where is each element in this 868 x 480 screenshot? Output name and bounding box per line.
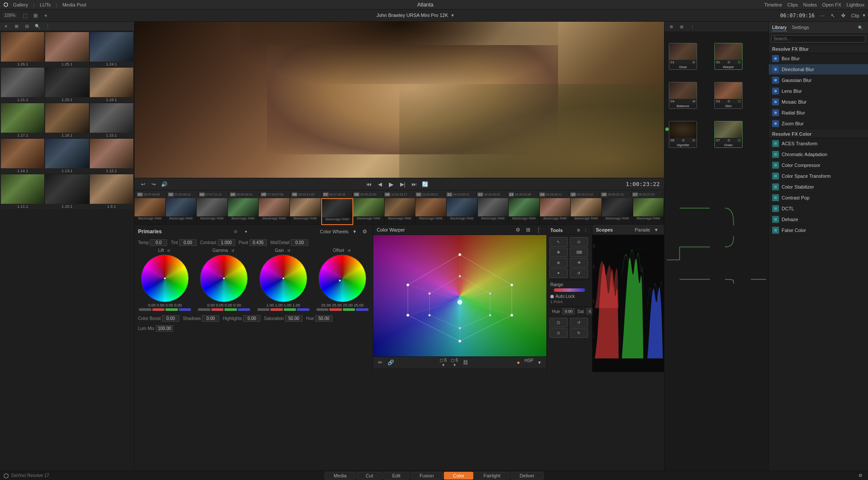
fx-color-item[interactable]: DCTL	[769, 203, 868, 214]
fx-blur-item[interactable]: Mosaic Blur	[769, 97, 868, 108]
viewer-tool-2[interactable]: ⊞	[31, 11, 40, 20]
fx-color-item[interactable]: ACES Transform	[769, 138, 868, 149]
tools-more-btn[interactable]: ⋮	[582, 227, 589, 233]
fx-search-input[interactable]	[771, 35, 865, 42]
color-warper-canvas[interactable]	[373, 235, 546, 356]
prev-frame-btn[interactable]: ◀	[376, 180, 385, 189]
gamma-reset-btn[interactable]: ↺	[230, 248, 236, 254]
fx-blur-item[interactable]: Lens Blur	[769, 86, 868, 97]
gamma-slider-all[interactable]	[198, 308, 210, 311]
node-grain[interactable]: 07 ⊙ ⊡ Grain	[714, 121, 743, 148]
nav-tab-color[interactable]: Color	[444, 472, 473, 480]
list-item[interactable]: 1.20.1	[45, 68, 89, 102]
timeline-clip[interactable]: Blackmagic RAW	[353, 198, 385, 225]
select-tool-btn[interactable]: ⊙	[570, 237, 588, 247]
nav-tab-deliver[interactable]: Deliver	[510, 472, 543, 480]
gallery-btn[interactable]: Gallery	[13, 2, 28, 7]
contrast-value[interactable]: 1.000	[218, 239, 235, 246]
timeline-clip[interactable]: Blackmagic RAW	[540, 198, 571, 225]
fx-color-item[interactable]: Color Compressor	[769, 160, 868, 171]
gamma-slider-b[interactable]	[238, 308, 250, 311]
cw-num-btn2[interactable]: ◻ 6 ▾	[450, 358, 459, 367]
list-item[interactable]: 1.24.1	[90, 32, 133, 67]
timeline-clip[interactable]: Blackmagic RAW	[571, 198, 602, 225]
shadows-value[interactable]: 0.00	[202, 315, 219, 322]
nodes-btn[interactable]: Nodes	[803, 2, 817, 7]
tool-extra-3[interactable]: ⊙	[549, 328, 568, 338]
fx-blur-item[interactable]: Radial Blur	[769, 108, 868, 118]
skip-start-btn[interactable]: ⏮	[365, 180, 373, 189]
viewer-tool-1[interactable]: ⬚	[21, 11, 30, 20]
node-glow[interactable]: 01 ⊙ Glow	[669, 43, 697, 70]
color-boost-value[interactable]: 0.00	[162, 315, 179, 322]
cursor-tool-btn[interactable]: ↖	[549, 237, 568, 247]
luts-btn[interactable]: LUTs	[40, 2, 51, 7]
timeline-clip[interactable]: Blackmagic RAW	[228, 198, 259, 225]
gamma-slider-g[interactable]	[224, 308, 237, 311]
node-more-btn[interactable]: ⋮	[688, 23, 697, 31]
scopes-dropdown-btn[interactable]: ▾	[652, 225, 661, 234]
fx-color-item[interactable]: Contrast Pop	[769, 193, 868, 203]
list-item[interactable]: 1.21.1	[1, 68, 44, 102]
node-editor-canvas[interactable]: 01 ⊙ Glow 02 ⊙ ⊡ Warper 04	[664, 32, 768, 470]
pivot-value[interactable]: 0.435	[250, 239, 267, 246]
nav-tab-media[interactable]: Media	[325, 472, 356, 480]
tool-extra-4[interactable]: ↻	[570, 328, 588, 338]
timeline-clip[interactable]: Blackmagic RAW	[509, 198, 540, 225]
color-wheels-dropdown[interactable]: ▾	[350, 227, 359, 236]
tool-extra-1[interactable]: ⊡	[549, 318, 568, 327]
node-settings-btn[interactable]: ⚙	[667, 23, 676, 31]
gamma-wheel[interactable]	[200, 255, 248, 302]
lift-slider-b[interactable]	[179, 308, 191, 311]
nav-tab-edit[interactable]: Edit	[383, 472, 410, 480]
list-item[interactable]: 1.9.1	[90, 174, 133, 209]
gain-reset-btn[interactable]: ↺	[286, 248, 292, 254]
list-item[interactable]: 1.12.1	[90, 139, 133, 173]
primaries-menu-btn[interactable]: ⊙	[231, 227, 240, 236]
list-item[interactable]: 1.17.1	[1, 103, 44, 138]
gain-slider-r[interactable]	[270, 308, 283, 311]
range-bar[interactable]	[554, 288, 585, 292]
list-view-btn[interactable]: ≡	[3, 23, 10, 30]
redo-btn[interactable]: ↪	[149, 180, 158, 189]
timeline-clip[interactable]: Blackmagic RAW	[259, 198, 290, 225]
node-skin[interactable]: 03 ⊙ ⊡ Skin	[714, 82, 743, 109]
fx-color-item[interactable]: Color Space Transform	[769, 171, 868, 182]
fx-blur-item[interactable]: Gaussian Blur	[769, 75, 868, 86]
hand-tool-btn[interactable]: ✥	[549, 248, 568, 257]
fx-blur-item[interactable]: Directional Blur	[769, 64, 868, 75]
fx-color-item[interactable]: Color Stabilizer	[769, 182, 868, 193]
grid-view-btn[interactable]: ⊞	[13, 23, 20, 30]
offset-slider-r[interactable]	[329, 308, 342, 311]
search-left-btn[interactable]: 🔍	[34, 23, 41, 30]
settings-bottom-btn[interactable]: ⚙	[856, 471, 865, 480]
hue-sat-hue-value[interactable]: 0.00	[562, 308, 575, 314]
cursor-btn[interactable]: ↖	[829, 11, 837, 20]
skip-end-btn[interactable]: ⏭	[410, 180, 418, 189]
timeline-clip[interactable]: Blackmagic RAW	[135, 198, 166, 225]
mid-detail-value[interactable]: 0.00	[291, 239, 308, 246]
tint-value[interactable]: 0.00	[179, 239, 197, 246]
timeline-btn[interactable]: Timeline	[764, 2, 782, 7]
next-frame-btn[interactable]: ▶|	[398, 180, 407, 189]
list-item[interactable]: 1.16.1	[45, 103, 89, 138]
lift-reset-btn[interactable]: ↺	[166, 248, 172, 254]
color-wheels-settings[interactable]: ⚙	[361, 227, 369, 236]
offset-slider-b[interactable]	[356, 308, 368, 311]
lift-slider-g[interactable]	[165, 308, 178, 311]
cw-num-btn1[interactable]: ◻ 6 ▾	[439, 358, 447, 367]
timeline-clip[interactable]: Blackmagic RAW	[478, 198, 509, 225]
node-warper[interactable]: 02 ⊙ ⊡ Warper	[714, 43, 743, 70]
timeline-clip[interactable]: Blackmagic RAW	[166, 198, 197, 225]
filter-btn[interactable]: ⊟	[23, 23, 30, 30]
list-item[interactable]: 1.11.1	[1, 174, 44, 209]
cw-link-btn[interactable]: 🔗	[386, 358, 395, 367]
tool-extra-2[interactable]: ↺	[570, 318, 588, 327]
gain-slider-b[interactable]	[297, 308, 309, 311]
node-balance[interactable]: 04 id Balance	[669, 82, 697, 109]
fx-blur-item[interactable]: Box Blur	[769, 53, 868, 64]
more-options-btn[interactable]: ···	[818, 11, 827, 20]
timeline-clip[interactable]: Blackmagic RAW	[602, 198, 633, 225]
hsp-dropdown-btn[interactable]: ▾	[535, 358, 544, 367]
cw-grid-btn[interactable]: ⊞	[524, 225, 533, 234]
